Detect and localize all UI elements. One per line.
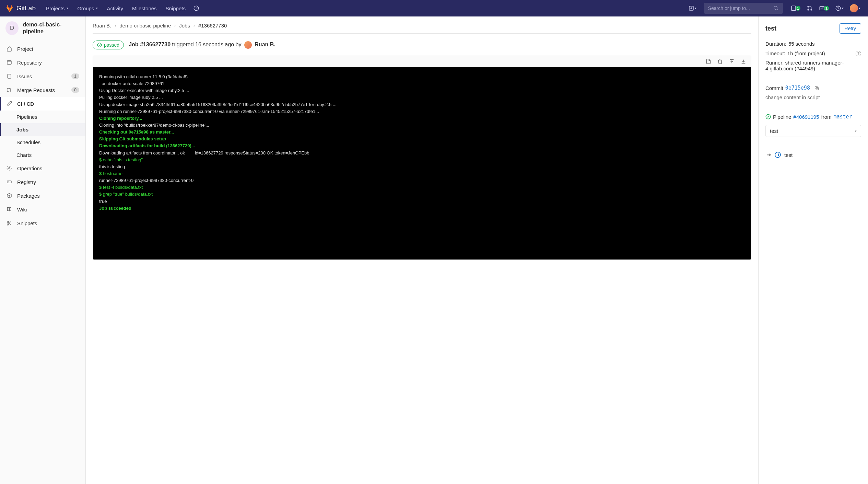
svg-point-6 xyxy=(811,9,812,10)
todos-icon[interactable]: 1 xyxy=(817,3,831,13)
sidebar-repository[interactable]: Repository xyxy=(0,56,85,69)
project-name: demo-ci-basic-pipeline xyxy=(23,21,80,35)
sidebar-operations[interactable]: Operations xyxy=(0,161,85,175)
svg-point-17 xyxy=(8,182,9,182)
nav-groups[interactable]: Groups▾ xyxy=(74,3,101,14)
erase-log-icon[interactable] xyxy=(717,59,723,64)
issues-icon xyxy=(6,73,12,79)
nav-projects[interactable]: Projects▾ xyxy=(43,3,72,14)
svg-rect-10 xyxy=(8,74,11,78)
arrow-right-icon: ➔ xyxy=(767,152,771,158)
sidebar-project[interactable]: Project xyxy=(0,42,85,56)
pipeline-link[interactable]: #40691195 xyxy=(793,114,819,120)
chevron-down-icon: ▾ xyxy=(855,129,857,133)
help-icon[interactable]: ▾ xyxy=(833,3,846,13)
search-input[interactable] xyxy=(708,5,773,11)
nav-activity[interactable]: Activity xyxy=(103,3,127,14)
brand-text: GitLab xyxy=(16,4,36,12)
details-panel: test Retry Duration: 55 seconds Timeout:… xyxy=(758,16,868,484)
gitlab-logo[interactable]: GitLab xyxy=(5,4,36,12)
runner-row: Runner: shared-runners-manager-4.gitlab.… xyxy=(765,58,861,73)
sidebar-jobs[interactable]: Jobs xyxy=(0,123,85,136)
home-icon xyxy=(6,46,12,52)
sidebar-charts[interactable]: Charts xyxy=(16,149,85,161)
branch-link[interactable]: master xyxy=(833,114,852,120)
timeout-row: Timeout: 1h (from project)? xyxy=(765,48,861,58)
commit-row: Commit 0e715e98 xyxy=(765,83,861,93)
svg-point-2 xyxy=(774,6,777,9)
sidebar: D demo-ci-basic-pipeline Project Reposit… xyxy=(0,16,86,484)
svg-rect-16 xyxy=(7,181,11,183)
job-header: passed Job #136627730 triggered 16 secon… xyxy=(93,34,751,56)
issues-count: 1 xyxy=(71,73,79,79)
crumb-user[interactable]: Ruan B. xyxy=(93,23,111,28)
sidebar-packages[interactable]: Packages xyxy=(0,189,85,203)
commit-sha-link[interactable]: 0e715e98 xyxy=(785,85,810,91)
commit-message: change content in script xyxy=(765,93,861,102)
sidebar-registry[interactable]: Registry xyxy=(0,175,85,189)
rocket-icon xyxy=(6,101,12,107)
sidebar-snippets[interactable]: Snippets xyxy=(0,216,85,230)
user-avatar[interactable]: ▾ xyxy=(848,2,863,14)
disk-icon xyxy=(6,179,12,185)
copy-icon[interactable] xyxy=(814,85,819,91)
search-box[interactable] xyxy=(704,3,783,14)
svg-rect-9 xyxy=(7,61,11,65)
nav-snippets[interactable]: Snippets xyxy=(162,3,189,14)
raw-log-icon[interactable] xyxy=(706,59,711,64)
check-circle-icon xyxy=(97,43,102,47)
help-icon[interactable]: ? xyxy=(856,50,861,56)
package-icon xyxy=(6,193,12,199)
nav-milestones[interactable]: Milestones xyxy=(129,3,160,14)
user-avatar-icon xyxy=(244,41,252,49)
svg-point-13 xyxy=(10,91,11,92)
duration-row: Duration: 55 seconds xyxy=(765,39,861,48)
issues-badge: 1 xyxy=(796,6,800,11)
mr-count: 0 xyxy=(71,87,79,93)
job-log[interactable]: Running with gitlab-runner 11.5.0 (3afda… xyxy=(93,67,751,260)
crumb-section[interactable]: Jobs xyxy=(179,23,190,28)
plus-icon[interactable]: ▾ xyxy=(687,3,699,13)
sidebar-merge-requests[interactable]: Merge Requests 0 xyxy=(0,83,85,97)
pipeline-row: Pipeline #40691195 from master xyxy=(765,112,861,122)
running-status-icon xyxy=(775,152,781,158)
issues-icon[interactable]: 1 xyxy=(788,3,802,13)
svg-rect-3 xyxy=(791,6,796,11)
scroll-top-icon[interactable] xyxy=(729,59,735,64)
check-circle-icon xyxy=(765,114,771,119)
top-navbar: GitLab Projects▾ Groups▾ Activity Milest… xyxy=(0,0,868,16)
status-passed-badge: passed xyxy=(93,41,124,49)
folder-icon xyxy=(6,59,12,66)
todos-badge: 1 xyxy=(824,6,829,11)
job-name: test xyxy=(765,25,776,32)
project-avatar: D xyxy=(5,21,19,35)
sidebar-cicd[interactable]: CI / CD xyxy=(0,97,85,111)
merge-requests-icon[interactable] xyxy=(805,3,815,13)
svg-point-15 xyxy=(9,168,10,169)
scissors-icon xyxy=(6,220,12,226)
book-icon xyxy=(6,206,12,212)
retry-button[interactable]: Retry xyxy=(840,23,861,34)
stage-select[interactable]: test ▾ xyxy=(765,125,861,137)
sidebar-pipelines[interactable]: Pipelines xyxy=(16,111,85,123)
breadcrumbs: Ruan B. › demo-ci-basic-pipeline › Jobs … xyxy=(93,23,751,34)
sidebar-issues[interactable]: Issues 1 xyxy=(0,69,85,83)
chevron-right-icon: › xyxy=(174,23,176,28)
svg-point-14 xyxy=(10,103,10,103)
mr-icon xyxy=(6,87,12,93)
crumb-project[interactable]: demo-ci-basic-pipeline xyxy=(119,23,171,28)
project-header[interactable]: D demo-ci-basic-pipeline xyxy=(0,16,85,40)
gauge-icon[interactable] xyxy=(191,3,201,13)
search-icon xyxy=(773,5,779,11)
sidebar-wiki[interactable]: Wiki xyxy=(0,203,85,216)
svg-point-11 xyxy=(8,88,9,89)
svg-point-18 xyxy=(7,221,9,222)
terminal-panel: Running with gitlab-runner 11.5.0 (3afda… xyxy=(93,56,751,260)
sidebar-schedules[interactable]: Schedules xyxy=(16,136,85,149)
svg-point-12 xyxy=(8,91,9,92)
svg-point-19 xyxy=(7,224,9,225)
chevron-right-icon: › xyxy=(115,23,116,28)
scroll-bottom-icon[interactable] xyxy=(741,59,746,64)
current-job-item[interactable]: ➔ test xyxy=(765,147,861,163)
job-title: Job #136627730 triggered 16 seconds ago … xyxy=(129,41,275,49)
